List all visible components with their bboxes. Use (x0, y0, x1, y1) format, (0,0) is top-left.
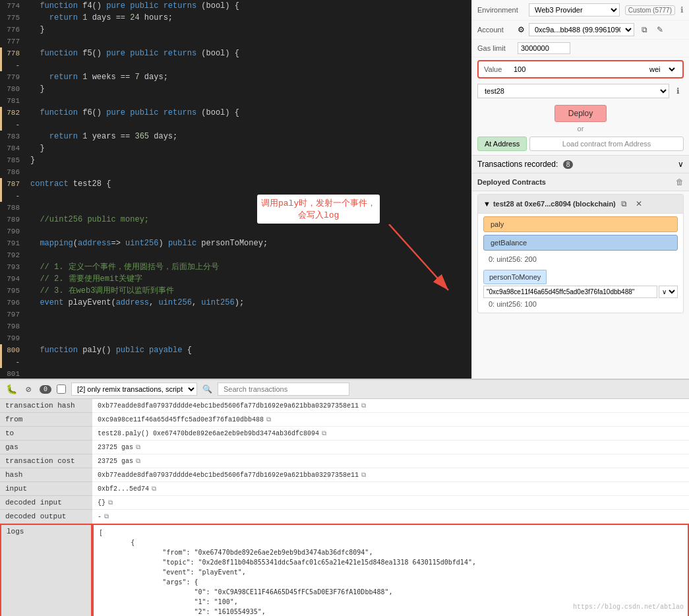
code-line: 786 (0, 166, 471, 178)
to-copy-icon[interactable]: ⧉ (322, 430, 326, 437)
code-line: 779 return 1 weeks == 7 days; (0, 71, 471, 83)
line-content: } (25, 142, 45, 154)
line-content (25, 249, 30, 261)
code-line: 798 (0, 321, 471, 332)
line-content: function f5() pure public returns (bool)… (25, 47, 239, 71)
line-content: contract test28 { (25, 178, 111, 202)
code-line: 780 } (0, 83, 471, 95)
hash-copy-icon[interactable]: ⧉ (361, 402, 366, 410)
contract-copy-button[interactable]: ⧉ (618, 198, 630, 210)
contract-select-row: test28 ℹ (472, 81, 689, 101)
deployed-title: Deployed Contracts (477, 178, 546, 186)
mapping-input[interactable] (483, 286, 657, 298)
line-number: 793 (0, 261, 25, 273)
hash2-copy-icon[interactable]: ⧉ (361, 472, 366, 479)
filter-checkbox[interactable] (57, 385, 66, 394)
account-edit-button[interactable]: ✎ (654, 24, 666, 36)
line-number: 789 (0, 214, 25, 226)
line-number: 798 (0, 321, 25, 332)
gas-label: gas (0, 441, 92, 454)
contract-close-button[interactable]: ✕ (633, 198, 645, 210)
to-label: to (0, 427, 92, 441)
search-input[interactable] (218, 383, 349, 396)
code-line: 801 (0, 368, 471, 379)
deployed-contracts-header: Deployed Contracts 🗑 (472, 173, 689, 191)
paly-button[interactable]: paly (483, 216, 678, 232)
line-number: 784 (0, 142, 25, 154)
line-number: 791 (0, 237, 25, 249)
line-number: 774 (0, 0, 25, 12)
code-line: 792 (0, 249, 471, 261)
contract-instance-header: ▼ test28 at 0xe67...c8094 (blockchain) ⧉… (478, 195, 683, 214)
value-label: Value (484, 65, 507, 73)
tx-cost-label: transaction cost (0, 454, 92, 468)
ban-icon[interactable]: ⊘ (22, 383, 34, 395)
mapping-label: personToMoney (483, 270, 547, 284)
line-number: 788 (0, 202, 25, 214)
decoded-output-label: decoded output (0, 510, 92, 524)
trash-icon[interactable]: 🗑 (676, 177, 684, 187)
code-line: 788 (0, 202, 471, 214)
line-content: function paly() public payable { (25, 344, 192, 368)
contract-select[interactable]: test28 (477, 84, 669, 98)
contract-info-button[interactable]: ℹ (672, 85, 684, 97)
line-number: 779 (0, 71, 25, 83)
tx-cost-copy-icon[interactable]: ⧉ (136, 458, 140, 465)
at-address-button[interactable]: At Address (477, 137, 527, 151)
at-address-row: At Address Load contract from Address (472, 137, 689, 151)
line-number: 785 (0, 154, 25, 166)
getbalance-button[interactable]: getBalance (483, 235, 678, 251)
line-content (25, 95, 30, 107)
line-content (25, 202, 30, 214)
value-input[interactable] (511, 64, 643, 75)
bug-icon[interactable]: 🐛 (5, 383, 17, 395)
account-copy-button[interactable]: ⧉ (638, 24, 650, 36)
line-content (25, 309, 30, 321)
to-value: test28.paly() 0xe67470bde892e6ae2eb9eb9b… (92, 427, 689, 441)
line-content: // 2. 需要使用emit关键字 (25, 273, 142, 285)
tx-filter-select[interactable]: [2] only remix transactions, script (71, 383, 197, 396)
hash2-label: hash (0, 468, 92, 482)
code-line: 787 -contract test28 { (0, 178, 471, 202)
logs-label: logs (0, 524, 92, 616)
line-content (25, 226, 30, 237)
code-line: 789 //uint256 public money; (0, 214, 471, 226)
line-content: //uint256 public money; (25, 214, 149, 226)
contract-collapse-icon[interactable]: ▼ (483, 200, 491, 208)
line-number: 796 (0, 297, 25, 309)
account-select[interactable]: 0xc9a...bb488 (99.9961090599999998) (529, 23, 634, 36)
code-editor[interactable]: 774 function f4() pure public returns (b… (0, 0, 471, 379)
code-line: 777 (0, 36, 471, 47)
mapping-result: 0: uint256: 100 (483, 298, 678, 310)
decoded-output-copy-icon[interactable]: ⧉ (104, 513, 109, 520)
tx-count-badge: 0 (40, 385, 51, 394)
gas-copy-icon[interactable]: ⧉ (136, 444, 140, 451)
mapping-type-select[interactable]: ∨ (659, 286, 678, 298)
line-content: function f6() pure public returns (bool)… (25, 107, 239, 131)
load-contract-button[interactable]: Load contract from Address (529, 137, 684, 151)
code-line: 784 } (0, 142, 471, 154)
value-unit-select[interactable]: wei gwei ether (647, 65, 677, 74)
line-number: 792 (0, 249, 25, 261)
deploy-button[interactable]: Deploy (554, 105, 607, 122)
line-number: 782 - (0, 107, 25, 131)
input-copy-icon[interactable]: ⧉ (152, 485, 156, 493)
from-copy-icon[interactable]: ⧉ (266, 416, 271, 423)
gas-limit-input[interactable] (518, 42, 570, 54)
account-row: Account ⚙ 0xc9a...bb488 (99.996109059999… (472, 20, 689, 40)
environment-row: Environment Web3 Provider Custom (5777) … (472, 0, 689, 20)
line-content: } (25, 24, 45, 36)
line-content: return 1 weeks == 7 days; (25, 71, 168, 83)
environment-select[interactable]: Web3 Provider (529, 3, 620, 16)
decoded-input-copy-icon[interactable]: ⧉ (108, 499, 113, 507)
hash-label: transaction hash (0, 399, 92, 413)
line-number: 801 (0, 368, 25, 379)
mapping-input-row: ∨ (483, 286, 678, 298)
logs-value: [ { "from": "0xe67470bde892e6ae2eb9eb9bd… (92, 524, 689, 616)
gear-icon[interactable]: ⚙ (518, 25, 525, 34)
account-label: Account (477, 26, 514, 34)
transactions-expand-icon[interactable]: ∨ (678, 160, 684, 169)
custom-badge: Custom (5777) (625, 5, 675, 15)
code-line: 794 // 2. 需要使用emit关键字 (0, 273, 471, 285)
line-content: event playEvent(address, uint256, uint25… (25, 297, 244, 309)
